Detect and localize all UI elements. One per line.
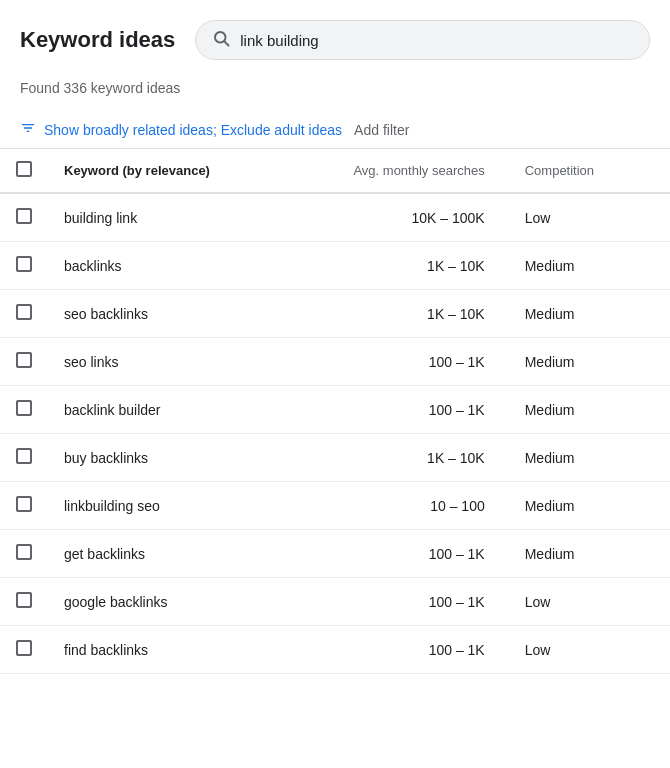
competition-cell: Low <box>501 626 670 674</box>
searches-cell: 1K – 10K <box>248 434 501 482</box>
competition-cell: Low <box>501 578 670 626</box>
searches-cell: 10 – 100 <box>248 482 501 530</box>
row-checkbox-3[interactable] <box>16 352 32 368</box>
keyword-cell: buy backlinks <box>48 434 248 482</box>
searches-cell: 1K – 10K <box>248 290 501 338</box>
competition-cell: Medium <box>501 338 670 386</box>
page-title: Keyword ideas <box>20 27 175 53</box>
row-checkbox-9[interactable] <box>16 640 32 656</box>
row-checkbox-cell[interactable] <box>0 530 48 578</box>
searches-cell: 100 – 1K <box>248 386 501 434</box>
competition-cell: Medium <box>501 482 670 530</box>
searches-cell: 100 – 1K <box>248 626 501 674</box>
row-checkbox-0[interactable] <box>16 208 32 224</box>
row-checkbox-1[interactable] <box>16 256 32 272</box>
filter-bar: Show broadly related ideas; Exclude adul… <box>0 112 670 149</box>
row-checkbox-cell[interactable] <box>0 482 48 530</box>
table-row: seo backlinks 1K – 10K Medium <box>0 290 670 338</box>
table-row: get backlinks 100 – 1K Medium <box>0 530 670 578</box>
table-row: backlink builder 100 – 1K Medium <box>0 386 670 434</box>
search-input[interactable] <box>240 32 633 49</box>
header: Keyword ideas <box>0 0 670 76</box>
competition-cell: Medium <box>501 434 670 482</box>
table-row: backlinks 1K – 10K Medium <box>0 242 670 290</box>
competition-cell: Medium <box>501 530 670 578</box>
searches-cell: 1K – 10K <box>248 242 501 290</box>
row-checkbox-8[interactable] <box>16 592 32 608</box>
row-checkbox-4[interactable] <box>16 400 32 416</box>
row-checkbox-cell[interactable] <box>0 626 48 674</box>
table-row: find backlinks 100 – 1K Low <box>0 626 670 674</box>
searches-cell: 100 – 1K <box>248 530 501 578</box>
table-header-row: Keyword (by relevance) Avg. monthly sear… <box>0 149 670 193</box>
found-count: Found 336 keyword ideas <box>0 76 670 112</box>
searches-column-header: Avg. monthly searches <box>248 149 501 193</box>
keyword-cell: linkbuilding seo <box>48 482 248 530</box>
searches-cell: 100 – 1K <box>248 338 501 386</box>
row-checkbox-cell[interactable] <box>0 290 48 338</box>
row-checkbox-cell[interactable] <box>0 578 48 626</box>
row-checkbox-cell[interactable] <box>0 434 48 482</box>
keyword-cell: seo links <box>48 338 248 386</box>
row-checkbox-7[interactable] <box>16 544 32 560</box>
keyword-cell: backlink builder <box>48 386 248 434</box>
search-icon <box>212 29 230 51</box>
row-checkbox-5[interactable] <box>16 448 32 464</box>
competition-cell: Medium <box>501 242 670 290</box>
keyword-table: Keyword (by relevance) Avg. monthly sear… <box>0 149 670 674</box>
header-checkbox-cell[interactable] <box>0 149 48 193</box>
search-bar[interactable] <box>195 20 650 60</box>
keyword-cell: building link <box>48 193 248 242</box>
row-checkbox-6[interactable] <box>16 496 32 512</box>
add-filter-button[interactable]: Add filter <box>354 122 409 138</box>
row-checkbox-cell[interactable] <box>0 386 48 434</box>
select-all-checkbox[interactable] <box>16 161 32 177</box>
table-row: buy backlinks 1K – 10K Medium <box>0 434 670 482</box>
keyword-cell: backlinks <box>48 242 248 290</box>
keyword-cell: seo backlinks <box>48 290 248 338</box>
row-checkbox-2[interactable] <box>16 304 32 320</box>
filter-links[interactable]: Show broadly related ideas; Exclude adul… <box>44 122 342 138</box>
searches-cell: 100 – 1K <box>248 578 501 626</box>
filter-icon <box>20 120 36 140</box>
table-row: google backlinks 100 – 1K Low <box>0 578 670 626</box>
keyword-cell: find backlinks <box>48 626 248 674</box>
searches-cell: 10K – 100K <box>248 193 501 242</box>
competition-cell: Medium <box>501 290 670 338</box>
row-checkbox-cell[interactable] <box>0 242 48 290</box>
keyword-cell: get backlinks <box>48 530 248 578</box>
table-row: building link 10K – 100K Low <box>0 193 670 242</box>
competition-cell: Low <box>501 193 670 242</box>
row-checkbox-cell[interactable] <box>0 193 48 242</box>
competition-column-header: Competition <box>501 149 670 193</box>
competition-cell: Medium <box>501 386 670 434</box>
table-row: seo links 100 – 1K Medium <box>0 338 670 386</box>
svg-line-1 <box>225 41 229 45</box>
table-row: linkbuilding seo 10 – 100 Medium <box>0 482 670 530</box>
keyword-cell: google backlinks <box>48 578 248 626</box>
keyword-column-header: Keyword (by relevance) <box>48 149 248 193</box>
row-checkbox-cell[interactable] <box>0 338 48 386</box>
